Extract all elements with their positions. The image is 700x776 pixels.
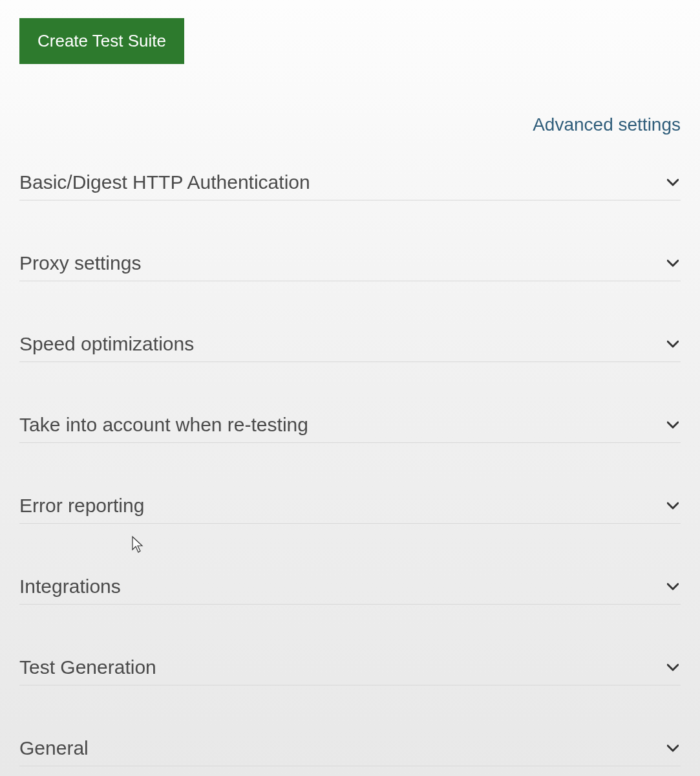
accordion-title: General (19, 737, 89, 759)
accordion-title: Integrations (19, 576, 121, 598)
chevron-down-icon (665, 740, 681, 756)
accordion-title: Take into account when re-testing (19, 414, 308, 436)
accordion-proxy-settings[interactable]: Proxy settings (19, 243, 681, 281)
chevron-down-icon (665, 498, 681, 513)
accordion-title: Test Generation (19, 656, 156, 678)
chevron-down-icon (665, 660, 681, 675)
accordion-title: Speed optimizations (19, 333, 194, 355)
accordion-retest-account[interactable]: Take into account when re-testing (19, 405, 681, 443)
accordion-title: Proxy settings (19, 252, 141, 274)
accordion-speed-optimizations[interactable]: Speed optimizations (19, 324, 681, 362)
chevron-down-icon (665, 255, 681, 271)
create-test-suite-button[interactable]: Create Test Suite (19, 18, 184, 64)
chevron-down-icon (665, 336, 681, 352)
chevron-down-icon (665, 175, 681, 190)
accordion-test-generation[interactable]: Test Generation (19, 647, 681, 685)
advanced-settings-container: Advanced settings (19, 114, 681, 135)
accordion-integrations[interactable]: Integrations (19, 566, 681, 605)
accordion-title: Basic/Digest HTTP Authentication (19, 171, 310, 193)
accordion-general[interactable]: General (19, 728, 681, 766)
advanced-settings-link[interactable]: Advanced settings (533, 114, 681, 135)
chevron-down-icon (665, 417, 681, 433)
chevron-down-icon (665, 579, 681, 594)
accordion-title: Error reporting (19, 495, 144, 517)
accordion-error-reporting[interactable]: Error reporting (19, 486, 681, 524)
accordion-http-auth[interactable]: Basic/Digest HTTP Authentication (19, 162, 681, 200)
